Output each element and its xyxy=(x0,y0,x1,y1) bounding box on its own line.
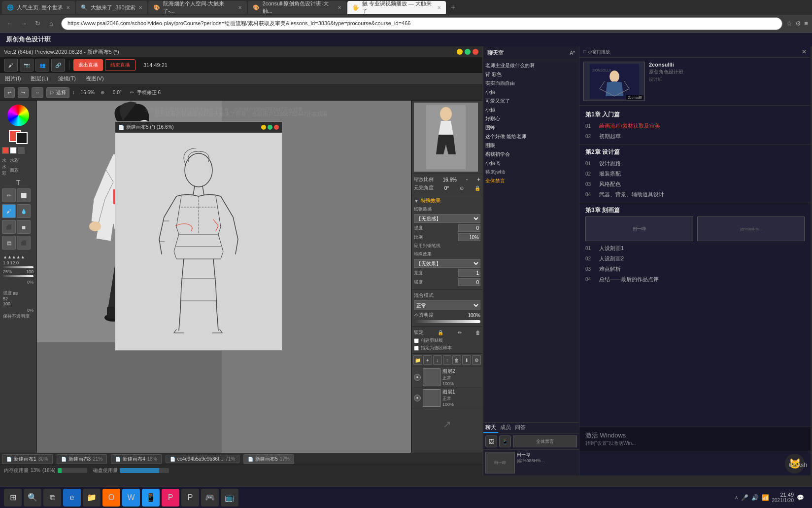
size-slider[interactable] xyxy=(3,266,34,268)
room-icon-2[interactable]: 📱 xyxy=(499,435,511,447)
background-color[interactable] xyxy=(16,132,28,144)
network-icon[interactable]: 📶 xyxy=(762,494,769,501)
layer-nav-up[interactable]: ↑ xyxy=(443,355,452,365)
select-tool-btn[interactable]: ▷ 选择 xyxy=(46,87,69,98)
width-input[interactable] xyxy=(458,269,480,277)
color-wheel[interactable] xyxy=(7,105,29,126)
toolbar-redo[interactable]: ↪ xyxy=(18,87,29,98)
tab-0[interactable]: 🌐 人气主页. 整个世界 ✕ xyxy=(2,1,75,14)
brush-tool[interactable]: 🖌 xyxy=(2,204,16,218)
tab-close-1[interactable]: ✕ xyxy=(138,5,142,10)
opacity-slider[interactable] xyxy=(3,275,34,277)
lesson-1-2[interactable]: 02 初期起草 xyxy=(585,131,805,142)
lock-btn-3[interactable]: 🗑 xyxy=(475,330,480,335)
taskbar-icon-6[interactable]: P xyxy=(162,489,179,507)
lesson-3-2[interactable]: 02 人设刻画2 xyxy=(585,254,805,264)
layer-new-group[interactable]: 📁 xyxy=(413,355,422,365)
lesson-3-2-thumb[interactable]: |@%988H%... xyxy=(697,217,805,241)
close-mini-window[interactable]: ✕ xyxy=(802,48,807,55)
copy-paste-toggle[interactable]: 创建剪贴版 xyxy=(414,337,480,344)
layer-delete[interactable]: 🗑 xyxy=(452,355,461,365)
toolbar-flip-h[interactable]: ↔ xyxy=(32,87,43,98)
new-tab-button[interactable]: + xyxy=(447,1,460,14)
start-button[interactable]: ⊞ xyxy=(4,489,22,507)
proc-tool-4[interactable]: 🔗 xyxy=(51,59,65,72)
float-minimize[interactable] xyxy=(261,125,266,130)
back-button[interactable]: ← xyxy=(4,18,16,30)
lesson-3-1[interactable]: 01 人设刻画1 xyxy=(585,243,805,254)
copy-paste-checkbox[interactable] xyxy=(414,338,419,343)
blur-tool[interactable]: 💧 xyxy=(17,204,31,218)
taskbar-icon-9[interactable]: 📺 xyxy=(221,489,238,507)
preserve-transparency[interactable]: 保持不透明度 xyxy=(3,313,34,320)
tab-close-3[interactable]: ✕ xyxy=(338,5,341,10)
zoom-increase[interactable]: + xyxy=(477,176,480,183)
forward-button[interactable]: → xyxy=(18,18,30,30)
home-button[interactable]: ⌂ xyxy=(45,18,57,30)
strength-input[interactable] xyxy=(458,278,480,286)
chat-tab-chat[interactable]: 聊天 xyxy=(483,423,498,433)
exit-live-button[interactable]: 退出直播 xyxy=(73,59,103,71)
layer-merge[interactable]: ⬇ xyxy=(462,355,471,365)
proc-tool-2[interactable]: 📷 xyxy=(20,59,34,72)
tab-close-0[interactable]: ✕ xyxy=(66,5,70,10)
canvas-tab-4[interactable]: 📄 新建画布4 18% xyxy=(111,454,162,464)
menu-item-view[interactable]: 视图(V) xyxy=(84,74,106,83)
taskbar-icon-3[interactable]: O xyxy=(102,489,120,507)
eraser-tool[interactable]: ⬜ xyxy=(17,188,31,202)
layer-item-1[interactable]: ● 图层2 正常 100% xyxy=(412,367,482,388)
taskbar-icon-7[interactable]: P xyxy=(181,489,199,507)
menu-item-layer[interactable]: 图层(L) xyxy=(29,74,50,83)
taskbar-icon-2[interactable]: 📁 xyxy=(83,489,101,507)
floating-canvas-window[interactable]: 📄 新建画布5 (*) (16.6%) xyxy=(115,121,282,351)
close-button[interactable] xyxy=(473,49,478,55)
taskbar-icon-5[interactable]: 📱 xyxy=(142,489,160,507)
tab-3[interactable]: 🎨 2consulli原创角色设计班-大触... ✕ xyxy=(248,1,346,14)
layer-item-2[interactable]: ● 图层1 正常 100% xyxy=(412,388,482,408)
float-close[interactable] xyxy=(274,125,279,130)
canvas-tab-3[interactable]: 📄 新建画布3 21% xyxy=(57,454,107,464)
chat-tab-qa[interactable]: 问答 xyxy=(513,423,528,433)
sample-checkbox[interactable] xyxy=(414,346,419,351)
paper-texture-select[interactable]: 【无质感】 xyxy=(414,214,480,223)
search-button[interactable]: 🔍 xyxy=(24,489,41,507)
notification-icon[interactable]: 💬 xyxy=(797,494,804,501)
tab-2[interactable]: 🎨 阮海烟的个人空间-大触来了-... ✕ xyxy=(148,1,247,14)
task-view-button[interactable]: ⧉ xyxy=(43,489,61,507)
lesson-1-1[interactable]: 01 绘画流程/素材获取及审美 xyxy=(585,121,805,131)
menu-item-filter[interactable]: 滤镜(T) xyxy=(56,74,78,83)
scale-input[interactable] xyxy=(458,233,480,241)
canvas-tab-5[interactable]: 📄 新建画布5 17% xyxy=(243,454,294,464)
all-mute-toggle[interactable]: 全体禁言 xyxy=(513,435,577,447)
smudge-tool[interactable]: ⬛ xyxy=(2,220,16,234)
lesson-2-1[interactable]: 01 设计思路 xyxy=(585,158,805,169)
toolbar-undo[interactable]: ↩ xyxy=(4,87,15,98)
lock-icon[interactable]: 🔒 xyxy=(438,330,443,335)
sample-toggle[interactable]: 指定为选区样本 xyxy=(414,345,480,351)
layer-1-vis[interactable]: ● xyxy=(414,374,421,381)
proc-tool-3[interactable]: 👥 xyxy=(35,59,49,72)
canvas-tab-cc[interactable]: 📄 cc4e94b5a9e9b36f... 71% xyxy=(166,455,239,463)
proc-tool-1[interactable]: 🖌 xyxy=(4,59,18,72)
swatch-red[interactable] xyxy=(2,147,9,154)
opacity-slider-prop[interactable] xyxy=(414,320,480,323)
tab-close-2[interactable]: ✕ xyxy=(238,5,242,10)
layer-2-vis[interactable]: ● xyxy=(414,395,421,401)
intensity-input[interactable] xyxy=(458,224,480,232)
url-input[interactable] xyxy=(61,17,782,30)
swatch-white[interactable] xyxy=(10,147,17,154)
lesson-2-2[interactable]: 02 服装搭配 xyxy=(585,169,805,179)
angle-lock[interactable]: 🔒 xyxy=(474,185,480,191)
angle-reset[interactable]: ⊙ xyxy=(460,185,464,191)
chat-tab-members[interactable]: 成员 xyxy=(498,423,513,433)
zoom-decrease[interactable]: - xyxy=(466,176,468,183)
layer-nav-down[interactable]: ↓ xyxy=(433,355,442,365)
lesson-3-3[interactable]: 03 难点解析 xyxy=(585,264,805,274)
maximize-button[interactable] xyxy=(465,49,471,55)
taskbar-icon-edge[interactable]: e xyxy=(63,489,81,507)
lesson-3-4[interactable]: 04 总结——最后的作品点评 xyxy=(585,274,805,285)
canvas-tab-1[interactable]: 📄 新建画布1 30% xyxy=(2,454,53,464)
course-thumbnail-img[interactable]: 2IONSOLLII 2consullll xyxy=(583,62,645,101)
float-maximize[interactable] xyxy=(268,125,272,130)
tab-1[interactable]: 🔍 大触来了_360搜索 ✕ xyxy=(76,1,147,14)
